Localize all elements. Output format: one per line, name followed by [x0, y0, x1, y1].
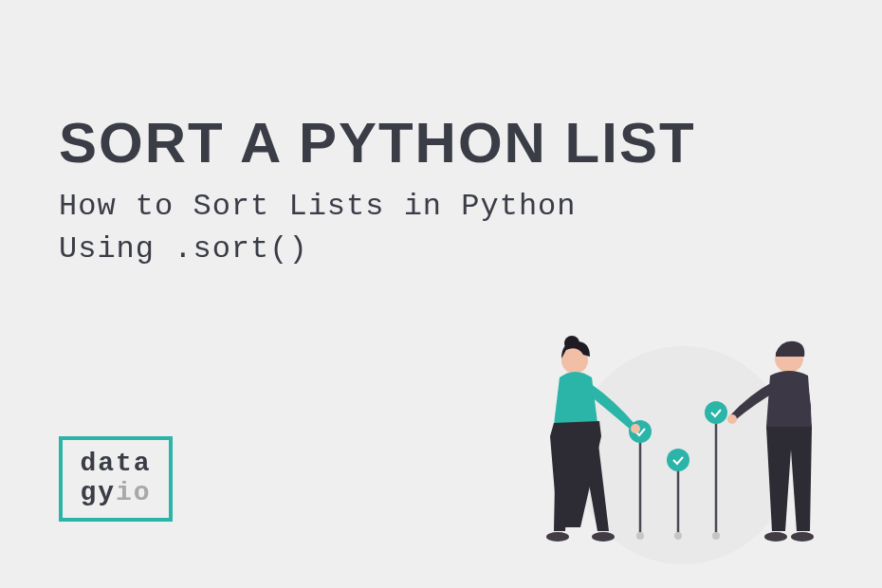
svg-point-12: [631, 424, 640, 433]
people-illustration-icon: [512, 303, 854, 569]
page-subtitle: How to Sort Lists in PythonUsing .sort(): [59, 186, 576, 271]
svg-point-9: [705, 401, 727, 424]
svg-point-17: [727, 414, 737, 424]
svg-point-5: [674, 532, 682, 540]
logo-line-2: gyio: [80, 479, 151, 508]
logo-io: io: [116, 478, 152, 507]
page-title: SORT A PYTHON LIST: [59, 110, 696, 175]
svg-point-2: [636, 532, 644, 540]
svg-point-6: [667, 449, 689, 471]
svg-point-8: [712, 532, 720, 540]
logo-line-1: data: [80, 450, 151, 479]
svg-point-15: [592, 532, 615, 542]
logo-gy: gy: [80, 478, 116, 507]
svg-point-20: [791, 532, 814, 542]
logo: data gyio: [59, 436, 173, 522]
svg-point-14: [546, 532, 569, 542]
svg-point-19: [764, 532, 787, 542]
